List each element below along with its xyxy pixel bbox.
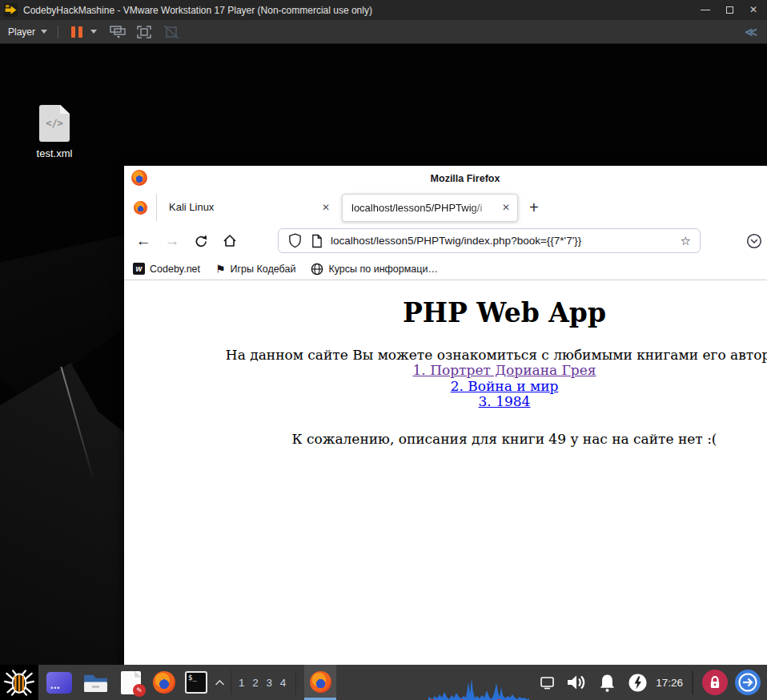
firefox-tab-bar: Kali Linux ✕ localhost/lesson5/PHPTwig/i… bbox=[124, 191, 767, 224]
pause-icon bbox=[78, 26, 82, 38]
firefox-task-button-active[interactable] bbox=[304, 665, 336, 700]
bookmark-label: Курсы по информаци… bbox=[328, 264, 438, 275]
minimize-button[interactable]: — bbox=[701, 0, 710, 20]
tab-label: localhost/lesson5/PHPTwig/i bbox=[351, 195, 496, 221]
forward-button-disabled: → bbox=[162, 224, 183, 258]
vmware-toolbar: Player ≪ bbox=[0, 20, 767, 44]
maximize-button[interactable] bbox=[726, 6, 733, 14]
book-not-found-message: К сожалению, описания для книги 49 у нас… bbox=[124, 431, 767, 447]
power-options-dropdown-icon[interactable] bbox=[90, 30, 97, 34]
collapse-toolbar-button[interactable]: ≪ bbox=[745, 25, 756, 39]
codeby-bug-icon bbox=[4, 669, 34, 696]
firefox-icon bbox=[310, 671, 331, 693]
tab-localhost-phptwig-active[interactable]: localhost/lesson5/PHPTwig/i ✕ bbox=[342, 194, 518, 222]
vmware-titlebar: CodebyHackMashine - VMware Workstation 1… bbox=[0, 0, 767, 20]
reload-button[interactable] bbox=[191, 224, 211, 258]
close-tab-icon[interactable]: ✕ bbox=[322, 191, 330, 224]
suspend-vm-button[interactable] bbox=[66, 26, 87, 38]
pencil-icon: ✎ bbox=[133, 684, 146, 697]
volume-icon[interactable] bbox=[565, 673, 587, 692]
pause-icon bbox=[71, 26, 75, 38]
page-title: PHP Web App bbox=[124, 297, 767, 328]
book-link-1[interactable]: 1. Портрет Дориана Грея bbox=[124, 363, 767, 379]
vmware-window-controls: — ✕ bbox=[701, 0, 757, 20]
file-fold-corner bbox=[60, 105, 70, 114]
close-tab-icon[interactable]: ✕ bbox=[502, 195, 510, 221]
desktop-file-testxml[interactable]: </> test.xml bbox=[31, 105, 78, 159]
book-link-3[interactable]: 3. 1984 bbox=[124, 394, 767, 410]
bookmark-star-icon[interactable]: ☆ bbox=[681, 234, 691, 248]
logout-button[interactable] bbox=[735, 670, 761, 695]
text-editor-button[interactable]: ✎ bbox=[121, 671, 141, 694]
vm-desktop: </> test.xml Mozilla Firefox Kali Linux … bbox=[0, 44, 767, 665]
tab-label: Kali Linux bbox=[169, 191, 214, 224]
bookmark-label: Игры Кодебай bbox=[231, 264, 296, 275]
taskbar-divider bbox=[231, 670, 231, 694]
bookmark-igry-kodebay[interactable]: ⚑ Игры Кодебай bbox=[215, 264, 295, 275]
firefox-launcher-button[interactable] bbox=[153, 671, 175, 694]
new-tab-button[interactable]: + bbox=[529, 191, 539, 224]
vmware-window-title: CodebyHackMashine - VMware Workstation 1… bbox=[23, 5, 701, 16]
firefox-window-title: Mozilla Firefox bbox=[124, 166, 767, 191]
file-manager-button[interactable] bbox=[82, 672, 109, 694]
codeby-favicon: w bbox=[133, 263, 145, 275]
home-button[interactable] bbox=[219, 224, 240, 258]
padlock-icon bbox=[706, 674, 724, 691]
save-to-pocket-icon[interactable] bbox=[746, 233, 762, 252]
tracking-protection-shield-icon[interactable] bbox=[288, 233, 302, 248]
page-info-icon[interactable] bbox=[311, 234, 323, 248]
url-bar[interactable]: localhost/lesson5/PHPTwig/index.php?book… bbox=[278, 228, 701, 253]
applications-menu-button[interactable] bbox=[0, 665, 38, 700]
toolbar-divider bbox=[58, 26, 58, 38]
web-page-content: PHP Web App На данном сайте Вы можете оз… bbox=[124, 280, 767, 665]
taskbar-divider bbox=[692, 670, 693, 694]
desktop-pager-button[interactable]: ••• bbox=[46, 672, 72, 694]
page-intro-text: На данном сайте Вы можете ознакомиться с… bbox=[124, 347, 767, 363]
taskbar: ••• ✎ $_ 1 2 3 4 bbox=[0, 665, 767, 700]
player-menu-button[interactable]: Player bbox=[0, 20, 54, 43]
firefox-nav-toolbar: ← → localhost bbox=[124, 224, 767, 258]
code-glyph: </> bbox=[46, 118, 63, 129]
bookmark-codeby-net[interactable]: w Codeby.net bbox=[133, 263, 200, 275]
bookmark-kursy[interactable]: Курсы по информаци… bbox=[311, 263, 438, 276]
network-tray-icon[interactable] bbox=[540, 676, 555, 690]
firefox-logo-icon bbox=[134, 201, 147, 215]
lock-screen-button[interactable] bbox=[702, 670, 728, 695]
dots-icon: ••• bbox=[50, 684, 60, 692]
back-button[interactable]: ← bbox=[133, 224, 154, 258]
panel-expand-chevron-icon[interactable] bbox=[215, 675, 225, 690]
vmware-player-logo-icon bbox=[4, 3, 18, 17]
clock[interactable]: 17:26 bbox=[656, 677, 683, 689]
flag-icon: ⚑ bbox=[215, 264, 226, 275]
power-manager-icon[interactable] bbox=[628, 673, 648, 693]
unity-mode-button-disabled bbox=[163, 24, 180, 40]
send-ctrl-alt-del-button[interactable] bbox=[108, 24, 126, 40]
globe-icon bbox=[311, 263, 323, 276]
bookmarks-toolbar: w Codeby.net ⚑ Игры Кодебай Курсы по инф… bbox=[124, 258, 767, 280]
url-input[interactable]: localhost/lesson5/PHPTwig/index.php?book… bbox=[331, 235, 676, 247]
workspace-switcher[interactable]: 1 2 3 4 bbox=[239, 677, 288, 689]
terminal-prompt-glyph: $_ bbox=[188, 674, 197, 682]
arrow-right-circle-icon bbox=[735, 670, 761, 695]
book-link-2[interactable]: 2. Война и мир bbox=[124, 379, 767, 395]
network-monitor-graph bbox=[428, 671, 529, 700]
folder-icon bbox=[82, 672, 109, 694]
bookmark-label: Codeby.net bbox=[150, 264, 200, 275]
firefox-titlebar[interactable]: Mozilla Firefox bbox=[124, 166, 767, 191]
terminal-launcher-button[interactable]: $_ bbox=[185, 671, 207, 694]
close-button[interactable]: ✕ bbox=[749, 0, 757, 20]
player-menu-label: Player bbox=[8, 26, 35, 38]
notifications-bell-icon[interactable] bbox=[597, 673, 617, 693]
xml-file-icon: </> bbox=[39, 105, 70, 142]
wallpaper-facet bbox=[0, 363, 136, 665]
taskbar-divider bbox=[295, 670, 296, 694]
firefox-window: Mozilla Firefox Kali Linux ✕ localhost/l… bbox=[124, 166, 767, 665]
page-fold bbox=[135, 671, 141, 678]
fullscreen-button[interactable] bbox=[135, 24, 153, 40]
desktop-file-label: test.xml bbox=[31, 147, 78, 159]
chevron-down-icon bbox=[41, 30, 47, 34]
tab-kali-linux[interactable]: Kali Linux ✕ bbox=[157, 191, 339, 224]
